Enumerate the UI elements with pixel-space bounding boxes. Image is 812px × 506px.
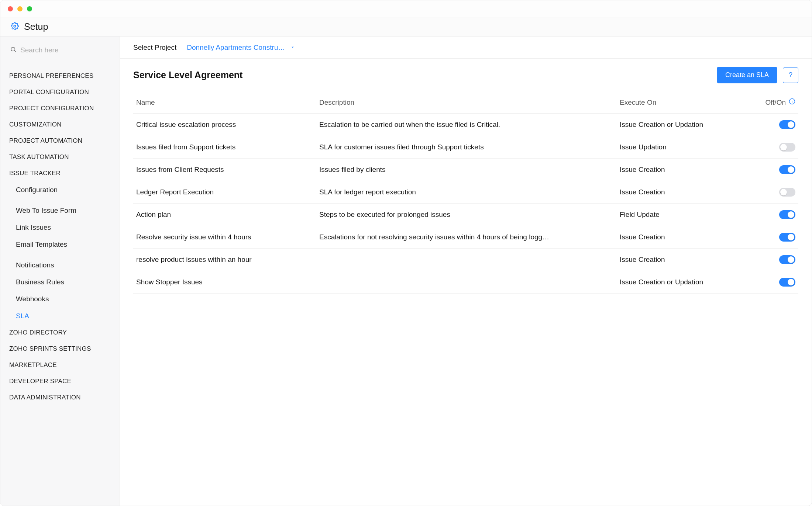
sidebar-item[interactable]: Web To Issue Form — [16, 202, 112, 219]
sidebar-item[interactable]: Email Templates — [16, 236, 112, 253]
cell-description: Escalations for not resolving security i… — [319, 233, 614, 241]
cell-name: resolve product issues within an hour — [136, 256, 313, 264]
content-title: Service Level Agreement — [133, 70, 242, 80]
cell-toggle — [751, 188, 795, 197]
toggle-thumb — [788, 166, 794, 173]
toggle-switch[interactable] — [779, 143, 795, 152]
table-header: Name Description Execute On Off/On — [133, 91, 798, 114]
sidebar-section[interactable]: MARKETPLACE — [9, 357, 112, 373]
sla-table: Name Description Execute On Off/On — [133, 91, 798, 294]
app-window: Setup PERSONAL PREFERENCESPORTAL CONFIGU… — [0, 0, 812, 506]
project-bar-label: Select Project — [133, 44, 176, 52]
sidebar-item[interactable]: Notifications — [16, 257, 112, 274]
toggle-thumb — [780, 144, 787, 150]
chevron-down-icon — [290, 44, 295, 52]
help-button[interactable]: ? — [783, 67, 798, 83]
svg-point-1 — [11, 47, 15, 51]
maximize-window-button[interactable] — [27, 6, 32, 11]
content-header: Service Level Agreement Create an SLA ? — [133, 67, 798, 83]
cell-description: SLA for ledger report execution — [319, 188, 614, 196]
page-title: Setup — [24, 21, 48, 32]
table-row[interactable]: Ledger Report ExecutionSLA for ledger re… — [133, 181, 798, 204]
toggle-switch[interactable] — [779, 233, 795, 242]
search-input[interactable] — [20, 46, 104, 54]
info-icon[interactable] — [789, 98, 795, 107]
cell-description: Escalation to be carried out when the is… — [319, 121, 614, 129]
content: Service Level Agreement Create an SLA ? … — [120, 59, 812, 506]
toggle-switch[interactable] — [779, 165, 795, 174]
app-body: PERSONAL PREFERENCESPORTAL CONFIGURATION… — [0, 37, 812, 506]
toggle-thumb — [788, 279, 794, 285]
column-header-name: Name — [136, 98, 313, 107]
sidebar-section[interactable]: CUSTOMIZATION — [9, 117, 112, 133]
sidebar-section[interactable]: DATA ADMINISTRATION — [9, 389, 112, 406]
sidebar-item[interactable]: Webhooks — [16, 291, 112, 308]
cell-name: Show Stopper Issues — [136, 278, 313, 286]
toggle-switch[interactable] — [779, 210, 795, 219]
close-window-button[interactable] — [8, 6, 13, 11]
sidebar-section[interactable]: ISSUE TRACKER — [9, 165, 112, 181]
cell-toggle — [751, 143, 795, 152]
sidebar-item[interactable]: SLA — [16, 308, 112, 325]
svg-point-0 — [14, 25, 16, 27]
cell-execute-on: Issue Creation or Updation — [620, 278, 745, 286]
toggle-switch[interactable] — [779, 278, 795, 287]
table-row[interactable]: Resolve security issue within 4 hoursEsc… — [133, 226, 798, 249]
titlebar — [0, 0, 812, 17]
content-actions: Create an SLA ? — [717, 67, 798, 83]
column-header-off-on-label: Off/On — [765, 98, 786, 107]
sidebar-section[interactable]: PORTAL CONFIGURATION — [9, 84, 112, 100]
sidebar-item[interactable]: Link Issues — [16, 219, 112, 236]
cell-toggle — [751, 120, 795, 129]
table-row[interactable]: resolve product issues within an hourIss… — [133, 249, 798, 271]
table-row[interactable]: Issues from Client RequestsIssues filed … — [133, 159, 798, 181]
toggle-switch[interactable] — [779, 188, 795, 197]
cell-name: Action plan — [136, 211, 313, 219]
column-header-execute-on: Execute On — [620, 98, 745, 107]
sidebar-section[interactable]: PROJECT CONFIGURATION — [9, 100, 112, 117]
svg-line-2 — [14, 51, 16, 52]
toggle-switch[interactable] — [779, 120, 795, 129]
table-row[interactable]: Issues filed from Support ticketsSLA for… — [133, 136, 798, 159]
create-sla-button[interactable]: Create an SLA — [717, 67, 777, 83]
cell-name: Resolve security issue within 4 hours — [136, 233, 313, 241]
project-bar: Select Project Donnelly Apartments Const… — [120, 37, 812, 59]
cell-toggle — [751, 233, 795, 242]
sidebar-item[interactable]: Configuration — [16, 181, 112, 198]
cell-name: Issues from Client Requests — [136, 166, 313, 174]
toggle-thumb — [788, 234, 794, 240]
window-controls — [8, 6, 32, 11]
cell-description: Steps to be executed for prolonged issue… — [319, 211, 614, 219]
cell-toggle — [751, 255, 795, 264]
toggle-switch[interactable] — [779, 255, 795, 264]
sidebar-section[interactable]: ZOHO SPRINTS SETTINGS — [9, 341, 112, 357]
sidebar-nav: PERSONAL PREFERENCESPORTAL CONFIGURATION… — [9, 68, 112, 406]
toggle-thumb — [780, 189, 787, 195]
table-row[interactable]: Critical issue escalation processEscalat… — [133, 114, 798, 136]
cell-description: Issues filed by clients — [319, 166, 614, 174]
app-header: Setup — [0, 17, 812, 37]
toggle-thumb — [788, 121, 794, 128]
sidebar-section[interactable]: PROJECT AUTOMATION — [9, 133, 112, 149]
table-row[interactable]: Action planSteps to be executed for prol… — [133, 204, 798, 226]
sidebar-item[interactable]: Business Rules — [16, 274, 112, 291]
project-selector-value: Donnelly Apartments Constru… — [187, 44, 285, 52]
project-selector[interactable]: Donnelly Apartments Constru… — [187, 44, 295, 52]
search-field[interactable] — [9, 44, 105, 58]
cell-execute-on: Issue Creation — [620, 256, 745, 264]
column-header-description: Description — [319, 98, 614, 107]
cell-execute-on: Field Update — [620, 211, 745, 219]
toggle-thumb — [788, 256, 794, 263]
minimize-window-button[interactable] — [17, 6, 23, 11]
main: Select Project Donnelly Apartments Const… — [120, 37, 812, 506]
sidebar-section[interactable]: DEVELOPER SPACE — [9, 373, 112, 389]
sidebar-subitems: ConfigurationWeb To Issue FormLink Issue… — [9, 181, 112, 325]
sidebar-section[interactable]: TASK AUTOMATION — [9, 149, 112, 165]
cell-name: Issues filed from Support tickets — [136, 143, 313, 151]
sidebar: PERSONAL PREFERENCESPORTAL CONFIGURATION… — [0, 37, 120, 506]
table-row[interactable]: Show Stopper IssuesIssue Creation or Upd… — [133, 271, 798, 294]
sidebar-section[interactable]: ZOHO DIRECTORY — [9, 325, 112, 341]
cell-name: Ledger Report Execution — [136, 188, 313, 196]
sidebar-section[interactable]: PERSONAL PREFERENCES — [9, 68, 112, 84]
cell-execute-on: Issue Updation — [620, 143, 745, 151]
